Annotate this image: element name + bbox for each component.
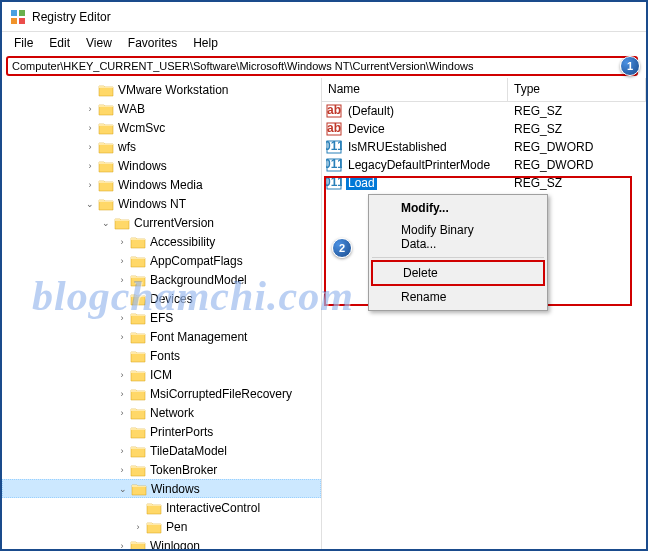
- chevron-right-icon[interactable]: ›: [82, 120, 98, 136]
- tree-label: PrinterPorts: [150, 425, 213, 439]
- tree-node[interactable]: ›Network: [2, 403, 321, 422]
- tree-label: BackgroundModel: [150, 273, 247, 287]
- tree-label: Font Management: [150, 330, 247, 344]
- svg-rect-1: [19, 10, 25, 16]
- tree-node[interactable]: ›Font Management: [2, 327, 321, 346]
- callout-2: 2: [332, 238, 352, 258]
- tree-node[interactable]: ›EFS: [2, 308, 321, 327]
- column-name[interactable]: Name: [322, 78, 508, 101]
- chevron-right-icon[interactable]: ›: [82, 158, 98, 174]
- list-row[interactable]: 011LoadREG_SZ: [322, 174, 646, 192]
- string-value-icon: ab: [326, 121, 342, 137]
- context-modify[interactable]: Modify...: [371, 197, 545, 219]
- list-row[interactable]: abDeviceREG_SZ: [322, 120, 646, 138]
- chevron-right-icon[interactable]: ›: [114, 462, 130, 478]
- chevron-right-icon[interactable]: ›: [114, 253, 130, 269]
- chevron-down-icon[interactable]: ⌄: [115, 481, 131, 497]
- menu-file[interactable]: File: [6, 34, 41, 52]
- chevron-right-icon[interactable]: ›: [114, 386, 130, 402]
- folder-icon: [130, 368, 146, 382]
- tree-label: wfs: [118, 140, 136, 154]
- chevron-right-icon[interactable]: ›: [114, 538, 130, 552]
- tree-node[interactable]: ›Pen: [2, 517, 321, 536]
- chevron-right-icon[interactable]: ›: [82, 139, 98, 155]
- context-menu: Modify... Modify Binary Data... Delete R…: [368, 194, 548, 311]
- menu-favorites[interactable]: Favorites: [120, 34, 185, 52]
- menubar: File Edit View Favorites Help: [2, 32, 646, 54]
- tree-node[interactable]: ›Windows: [2, 156, 321, 175]
- tree-label: ICM: [150, 368, 172, 382]
- tree-label: WAB: [118, 102, 145, 116]
- binary-value-icon: 011: [326, 139, 342, 155]
- svg-rect-0: [11, 10, 17, 16]
- column-type[interactable]: Type: [508, 78, 646, 101]
- chevron-right-icon[interactable]: ›: [114, 405, 130, 421]
- context-modify-binary[interactable]: Modify Binary Data...: [371, 219, 545, 255]
- folder-icon: [130, 292, 146, 306]
- tree-node[interactable]: ›TokenBroker: [2, 460, 321, 479]
- folder-icon: [130, 425, 146, 439]
- tree-node[interactable]: PrinterPorts: [2, 422, 321, 441]
- tree-node[interactable]: ›Winlogon: [2, 536, 321, 551]
- context-rename[interactable]: Rename: [371, 286, 545, 308]
- tree-node[interactable]: ⌄Windows: [2, 479, 321, 498]
- context-delete[interactable]: Delete: [371, 260, 545, 286]
- tree-pane: VMware Workstation›WAB›WcmSvc›wfs›Window…: [2, 78, 322, 551]
- chevron-down-icon[interactable]: ⌄: [82, 196, 98, 212]
- list-row[interactable]: 011LegacyDefaultPrinterModeREG_DWORD: [322, 156, 646, 174]
- chevron-right-icon[interactable]: ›: [114, 443, 130, 459]
- tree-node[interactable]: ›Windows Media: [2, 175, 321, 194]
- tree-node[interactable]: ›BackgroundModel: [2, 270, 321, 289]
- main-split: VMware Workstation›WAB›WcmSvc›wfs›Window…: [2, 78, 646, 551]
- value-type: REG_SZ: [508, 122, 646, 136]
- menu-view[interactable]: View: [78, 34, 120, 52]
- chevron-right-icon[interactable]: ›: [114, 234, 130, 250]
- chevron-right-icon[interactable]: ›: [130, 519, 146, 535]
- folder-icon: [130, 539, 146, 552]
- folder-icon: [98, 102, 114, 116]
- tree-scroll[interactable]: VMware Workstation›WAB›WcmSvc›wfs›Window…: [2, 78, 321, 551]
- value-type: REG_DWORD: [508, 140, 646, 154]
- menu-help[interactable]: Help: [185, 34, 226, 52]
- folder-icon: [130, 311, 146, 325]
- tree-label: Windows: [151, 482, 200, 496]
- context-separator: [372, 257, 544, 258]
- folder-icon: [130, 406, 146, 420]
- tree-node[interactable]: Fonts: [2, 346, 321, 365]
- menu-edit[interactable]: Edit: [41, 34, 78, 52]
- chevron-right-icon[interactable]: ›: [82, 101, 98, 117]
- value-type: REG_SZ: [508, 176, 646, 190]
- tree-node[interactable]: ›AppCompatFlags: [2, 251, 321, 270]
- tree-node[interactable]: ›WAB: [2, 99, 321, 118]
- tree-node[interactable]: ›TileDataModel: [2, 441, 321, 460]
- chevron-right-icon[interactable]: ›: [114, 329, 130, 345]
- chevron-right-icon[interactable]: ›: [82, 177, 98, 193]
- tree-node[interactable]: ›Accessibility: [2, 232, 321, 251]
- tree-node[interactable]: ›ICM: [2, 365, 321, 384]
- tree-node[interactable]: ⌄CurrentVersion: [2, 213, 321, 232]
- tree-node[interactable]: ›wfs: [2, 137, 321, 156]
- folder-icon: [98, 121, 114, 135]
- tree-node[interactable]: ›MsiCorruptedFileRecovery: [2, 384, 321, 403]
- list-row[interactable]: ab(Default)REG_SZ: [322, 102, 646, 120]
- chevron-right-icon[interactable]: ›: [114, 367, 130, 383]
- chevron-right-icon[interactable]: ›: [114, 310, 130, 326]
- titlebar: Registry Editor: [2, 2, 646, 32]
- tree-label: EFS: [150, 311, 173, 325]
- tree-label: Winlogon: [150, 539, 200, 552]
- address-input[interactable]: [6, 56, 638, 76]
- svg-rect-3: [19, 18, 25, 24]
- tree-node[interactable]: InteractiveControl: [2, 498, 321, 517]
- list-row[interactable]: 011IsMRUEstablishedREG_DWORD: [322, 138, 646, 156]
- tree-node[interactable]: VMware Workstation: [2, 80, 321, 99]
- folder-icon: [130, 463, 146, 477]
- twisty-none: [130, 500, 146, 516]
- tree-label: Fonts: [150, 349, 180, 363]
- tree-node[interactable]: ›WcmSvc: [2, 118, 321, 137]
- tree-node[interactable]: Devices: [2, 289, 321, 308]
- chevron-down-icon[interactable]: ⌄: [98, 215, 114, 231]
- chevron-right-icon[interactable]: ›: [114, 272, 130, 288]
- value-name: LegacyDefaultPrinterMode: [346, 158, 492, 172]
- binary-value-icon: 011: [326, 157, 342, 173]
- tree-node[interactable]: ⌄Windows NT: [2, 194, 321, 213]
